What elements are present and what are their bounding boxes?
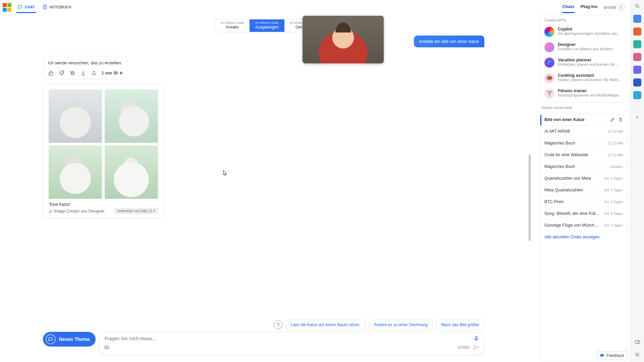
sidebar-app-1-icon[interactable] [633, 15, 641, 23]
response-counter: 1 von 30 [102, 71, 122, 75]
sidebar-app-3-icon[interactable] [633, 40, 641, 48]
notebook-icon [42, 4, 48, 10]
svg-rect-2 [71, 72, 74, 75]
username-label: arnold [604, 5, 616, 10]
avatar-icon [618, 4, 625, 11]
sidebar-toggle-icon[interactable] [633, 338, 641, 346]
tab-notebook-label: NOTIZBUCH [50, 5, 71, 9]
recent-item[interactable]: BTC-PreisVor 3 Tagen [540, 196, 627, 208]
mic-icon[interactable] [473, 336, 479, 342]
copilot-icon [544, 27, 554, 37]
gpt-item-fitness[interactable]: 🏋️ Fitness trainer Fitnessprogramme und … [540, 86, 627, 101]
assistant-text: Ich werde versuchen, das zu erstellen. [48, 60, 122, 65]
recent-item[interactable]: Magisches BuchGestern [540, 161, 627, 173]
gpt-item-vacation[interactable]: 🧳 Vacation planner Entdecken, planen und… [540, 55, 627, 70]
composer-box[interactable]: 0/2000 [99, 332, 484, 355]
suggestion-chip-3[interactable]: Mach das Bild größer [436, 320, 484, 330]
right-tab-plugins[interactable]: Plug-Ins [581, 1, 598, 13]
gpts-section-title: Copilot-GPTs [540, 18, 627, 24]
style-balanced[interactable]: Im höheren Maße Ausgewogen [250, 19, 284, 32]
donut-icon: 🍩 [544, 73, 554, 83]
gpt-item-cooking[interactable]: 🍩 Cooking assistant Finden, planen und k… [540, 70, 627, 86]
chat-icon [17, 4, 23, 10]
browser-sidebar [630, 0, 644, 362]
style-creative[interactable]: Im höheren Maße Kreativ [215, 19, 250, 32]
status-dot-icon [120, 72, 122, 74]
scrollbar-thumb[interactable] [529, 155, 531, 241]
like-icon[interactable] [48, 70, 54, 76]
recent-item[interactable]: AI MIT ARNIE11:24 AM [540, 126, 627, 137]
delete-icon[interactable] [618, 117, 623, 122]
recent-item[interactable]: Quartalszahlen von MetaVor 3 Tagen [540, 173, 627, 184]
gpt-item-designer[interactable]: Designer Erstellen von Bildern aus Wörte… [540, 40, 627, 55]
svg-point-7 [635, 4, 638, 7]
show-all-chats[interactable]: Alle aktuellen Chats anzeigen [540, 231, 627, 243]
new-topic-label: Neues Thema [59, 337, 90, 342]
sidebar-app-5-icon[interactable] [633, 66, 641, 74]
share-icon[interactable] [91, 70, 97, 76]
tab-notebook[interactable]: NOTIZBUCH [41, 2, 73, 13]
suitcase-icon: 🧳 [544, 58, 554, 68]
svg-point-1 [621, 6, 622, 7]
powered-by-badge: Unterstützt von DALL·E 3 [114, 208, 158, 214]
settings-icon[interactable] [633, 351, 641, 359]
tab-chat-label: CHAT [25, 5, 35, 9]
edit-icon[interactable] [610, 117, 615, 122]
suggestion-chip-2[interactable]: Ändere es zu einer Zeichnung [369, 320, 433, 330]
gpt-item-copilot[interactable]: Copilot Ein gleichgewichtiges Verhältnis… [540, 24, 627, 40]
image-caption: "Eine Katze" [49, 202, 158, 207]
dumbbell-icon: 🏋️ [544, 88, 554, 99]
wand-icon [49, 209, 53, 213]
generated-image-3[interactable] [49, 145, 102, 199]
assistant-message: Ich werde versuchen, das zu erstellen. 1… [43, 56, 127, 79]
download-icon[interactable] [80, 70, 86, 76]
feedback-button[interactable]: Feedback [596, 351, 628, 360]
microsoft-logo [3, 3, 11, 12]
svg-point-6 [106, 347, 107, 348]
new-topic-icon [46, 334, 56, 344]
recent-item[interactable]: Meta QuartalszahlenVor 3 Tagen [540, 184, 627, 196]
svg-rect-3 [71, 71, 73, 74]
recent-item[interactable]: Magisches Buch11:19 AM [540, 137, 627, 149]
feedback-label: Feedback [606, 353, 624, 358]
feedback-icon [600, 353, 604, 358]
copy-icon[interactable] [69, 70, 75, 76]
generated-image-4[interactable] [105, 145, 158, 199]
svg-rect-8 [635, 340, 639, 343]
char-counter: 0/2000 [458, 345, 469, 349]
sidebar-app-7-icon[interactable] [633, 91, 641, 99]
add-app-icon[interactable] [633, 113, 641, 121]
search-icon[interactable] [633, 2, 641, 10]
tab-chat[interactable]: CHAT [16, 2, 36, 13]
svg-point-9 [637, 354, 638, 355]
recents-title: Zuletzt verwendete [540, 106, 627, 110]
image-source: Image Creator aus Designer [54, 209, 105, 214]
sidebar-app-6-icon[interactable] [633, 78, 641, 86]
send-icon[interactable] [473, 344, 479, 350]
composer-input[interactable] [104, 336, 471, 342]
recents-list: Bild von einer Katze AI MIT ARNIE11:24 A… [540, 114, 627, 362]
dislike-icon[interactable] [59, 70, 65, 76]
recent-item[interactable]: Code für eine Webseite11:11 AM [540, 149, 627, 161]
right-tab-chats[interactable]: Chats [562, 1, 574, 13]
generated-image-1[interactable] [49, 89, 102, 143]
sidebar-app-4-icon[interactable] [633, 53, 641, 61]
new-topic-button[interactable]: Neues Thema [43, 332, 96, 347]
svg-rect-4 [476, 336, 477, 339]
help-button[interactable]: ? [274, 320, 282, 329]
user-message: erstelle ein bild von einer katze [414, 36, 485, 47]
webcam-overlay [303, 16, 384, 63]
generated-image-2[interactable] [105, 89, 158, 143]
recent-item[interactable]: Song: Bleistift, der eine Füllfeder sein… [540, 208, 627, 220]
image-upload-icon[interactable] [104, 345, 109, 350]
user-menu[interactable]: arnold [604, 4, 625, 11]
suggestion-chip-1[interactable]: Lass die Katze auf einem Baum sitzen. [286, 320, 365, 330]
generated-images-card: "Eine Katze" Image Creator aus Designer … [43, 84, 164, 218]
sidebar-app-2-icon[interactable] [633, 27, 641, 36]
recent-item-current[interactable]: Bild von einer Katze [540, 114, 627, 126]
designer-icon [544, 42, 554, 52]
recent-item[interactable]: Günstige Flüge von München nach FraVor 3… [540, 220, 627, 231]
